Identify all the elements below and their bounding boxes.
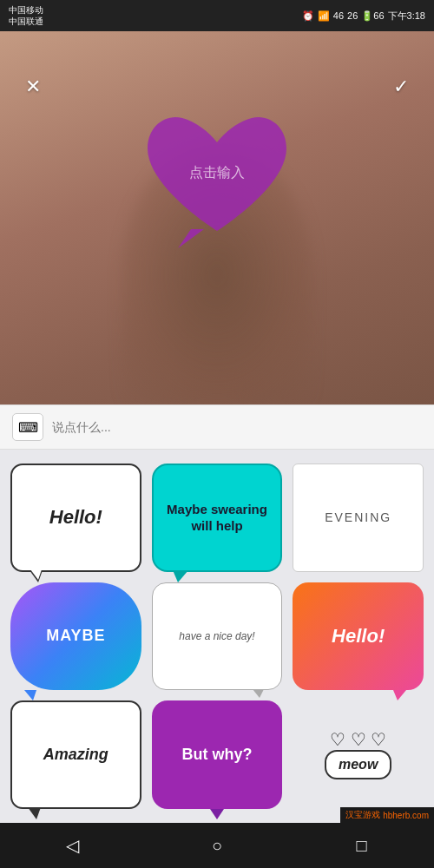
- confirm-button[interactable]: ✓: [385, 71, 417, 102]
- status-bar: 中国移动 中国联通 ⏰ 📶 46 26 🔋66 下午3:18: [0, 0, 434, 31]
- heart-bubble[interactable]: 点击输入: [130, 101, 304, 248]
- battery-icon: 🔋66: [361, 10, 384, 22]
- sticker-hello1[interactable]: Hello!: [10, 464, 141, 572]
- sticker-meow[interactable]: ♡ ♡ ♡ meow: [293, 700, 424, 809]
- photo-area: ✕ ✓ 点击输入: [0, 31, 434, 404]
- watermark-brand: 汉宝游戏: [345, 809, 380, 821]
- carrier2: 中国联通: [9, 16, 43, 27]
- sticker-evening[interactable]: EVENING: [293, 464, 424, 572]
- hearts-decoration: ♡ ♡ ♡: [330, 731, 386, 748]
- text-input[interactable]: [52, 412, 422, 442]
- sticker-hello1-text: Hello!: [49, 506, 102, 529]
- sticker-maybe-text: MAYBE: [46, 627, 105, 645]
- sticker-panel: Hello! Maybe swearing will help EVENING …: [0, 450, 434, 823]
- alarm-icon: ⏰: [302, 10, 314, 22]
- close-button[interactable]: ✕: [17, 71, 49, 102]
- home-button[interactable]: ○: [195, 830, 239, 861]
- svg-marker-0: [178, 229, 204, 248]
- watermark: 汉宝游戏 hbherb.com: [340, 807, 434, 823]
- carrier-info: 中国移动 中国联通: [9, 4, 43, 27]
- sticker-amazing[interactable]: Amazing: [10, 700, 141, 809]
- heart-svg: [130, 101, 304, 248]
- sticker-hello-grad-text: Hello!: [332, 625, 385, 648]
- back-button[interactable]: ◁: [50, 830, 94, 861]
- sticker-meow-text: meow: [339, 757, 378, 772]
- sticker-maybe-swear-text: Maybe swearing will help: [166, 501, 269, 535]
- time-display: 下午3:18: [388, 10, 425, 23]
- bottom-navigation: ◁ ○ □ 汉宝游戏 hbherb.com: [0, 823, 434, 868]
- meow-bubble: meow: [325, 750, 391, 779]
- signal-icon: 📶: [318, 10, 330, 22]
- sticker-maybe-swear[interactable]: Maybe swearing will help: [152, 464, 283, 572]
- keyboard-button[interactable]: ⌨: [12, 413, 43, 441]
- sticker-havenice-text: have a nice day!: [179, 630, 254, 642]
- status-icons: ⏰ 📶 46 26 🔋66 下午3:18: [302, 10, 425, 23]
- recents-button[interactable]: □: [340, 830, 384, 861]
- sticker-maybe[interactable]: MAYBE: [10, 582, 141, 691]
- top-bar: ✕ ✓: [0, 62, 434, 111]
- watermark-site: hbherb.com: [383, 811, 429, 820]
- carrier1: 中国移动: [9, 4, 43, 16]
- sticker-hello-grad[interactable]: Hello!: [293, 582, 424, 691]
- sticker-evening-text: EVENING: [325, 510, 391, 524]
- input-area: ⌨: [0, 404, 434, 450]
- sticker-butwhy-text: But why?: [181, 746, 252, 764]
- wifi-icon: 46: [333, 10, 344, 21]
- sticker-amazing-text: Amazing: [43, 746, 108, 764]
- sticker-havenice[interactable]: have a nice day!: [152, 582, 283, 691]
- signal2-icon: 26: [347, 10, 358, 21]
- sticker-butwhy[interactable]: But why?: [152, 700, 283, 809]
